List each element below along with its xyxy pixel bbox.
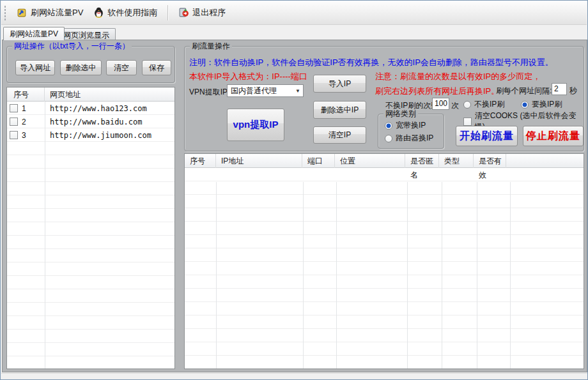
url-operations-group-title: 网址操作（以txt导入，一行一条） [12,42,132,50]
ip-table-column-divider [510,182,511,369]
vpn-proxy-select-value: 国内普通代理 [228,86,293,96]
toolbar-grip[interactable] [4,5,6,20]
ip-table-column-divider [442,182,442,369]
vpn-extract-label: VPN提取IP [189,87,228,98]
delete-selected-ip-button[interactable]: 删除选中IP [313,101,366,119]
toolbar: 刷网站流量PV 软件使用指南 退出程序 [1,1,587,25]
no-switch-count-input[interactable]: 100 [432,98,449,110]
interval-input[interactable]: 2 [552,83,567,95]
import-urls-button[interactable]: 导入网址 [15,60,55,75]
status-bar [1,373,587,380]
network-type-group: 网络类别 宽带换IP 路由器换IP [378,114,444,149]
traffic-operations-group: 刷流量操作 注明：软件自动换IP，软件会自动验证IP否有效再换，无效的IP会自动… [184,46,584,151]
ip-table-column-divider [407,182,408,369]
toolbar-button-traffic[interactable]: 刷网站流量PV [12,4,88,21]
url-table: 序号 网页地址 1 http://www.hao123.com 2 http:/… [6,87,175,369]
ip-table-header-ip[interactable]: IP地址 [216,154,302,168]
save-urls-button[interactable]: 保存 [142,60,171,75]
radio-broadband-switch-ip[interactable]: 宽带换IP [385,120,426,131]
ip-table-column-divider [477,182,477,369]
toolbar-button-label: 软件使用指南 [107,7,157,19]
url-row-address: http://www.jiumoon.com [43,131,151,140]
toolbar-button-guide[interactable]: 软件使用指南 [88,4,162,21]
note-ip-import-format: 本软件IP导入格式为：IP----端口 [189,71,307,82]
guide-icon [93,7,104,18]
radio-switch-ip-label: 要换IP刷 [532,99,562,110]
url-table-body: 1 http://www.hao123.com 2 http://www.bai… [7,102,174,369]
ip-table-body [185,168,584,369]
url-table-header: 序号 网页地址 [7,87,174,102]
ip-table-column-divider [336,182,337,369]
url-operations-group: 网址操作（以txt导入，一行一条） 导入网址 删除选中 清空 保存 [6,46,175,83]
url-row-checkbox[interactable] [10,131,18,139]
ip-table-column-divider [303,182,304,369]
radio-router-switch-ip[interactable]: 路由器换IP [385,133,433,144]
ip-table-header-port[interactable]: 端口 [302,154,335,168]
radio-icon [385,122,392,130]
checkbox-icon [463,118,472,126]
radio-broadband-label: 宽带换IP [396,120,426,131]
ip-table-header-valid[interactable]: 是否有效 [474,154,506,168]
vpn-extract-ip-button[interactable]: vpn提取IP [227,109,284,141]
radio-no-switch-ip-label: 不换IP刷 [474,99,504,110]
ip-table-header-filler [506,154,584,168]
url-row-checkbox[interactable] [10,104,18,112]
note-auto-switch-ip: 注明：软件自动换IP，软件会自动验证IP否有效再换，无效的IP会自动删除，路由器… [189,57,553,68]
url-row[interactable]: 1 http://www.hao123.com [7,102,174,115]
url-row-address: http://www.hao123.com [43,104,147,113]
radio-icon [521,101,529,109]
stop-traffic-button[interactable]: 停止刷流量 [523,126,584,146]
radio-icon [385,135,392,142]
url-row-address: http://www.baidu.com [43,118,143,126]
ip-table-header-type[interactable]: 类型 [439,154,474,168]
url-row[interactable]: 2 http://www.baidu.com [7,115,174,128]
url-row-checkbox[interactable] [10,118,18,126]
start-traffic-button[interactable]: 开始刷流量 [456,126,518,146]
clear-urls-button[interactable]: 清空 [106,60,137,75]
url-table-header-address[interactable]: 网页地址 [45,87,174,102]
tab-traffic-pv[interactable]: 刷网站流量PV [3,27,65,40]
ip-table-header-location[interactable]: 位置 [335,154,405,168]
interval-unit-label: 秒 [569,86,577,96]
vpn-proxy-select[interactable]: 国内普通代理 ▼ [227,84,304,97]
traffic-icon [17,7,27,18]
url-table-header-index[interactable]: 序号 [7,87,45,102]
url-row-index: 1 [22,104,43,113]
no-switch-count-unit-label: 次 [451,100,459,111]
url-row[interactable]: 3 http://www.jiumoon.com [7,128,174,142]
ip-table-header-index[interactable]: 序号 [185,154,216,168]
url-row-index: 3 [22,131,43,140]
ip-table: 序号 IP地址 端口 位置 是否匿名 类型 是否有效 [184,153,584,369]
toolbar-separator [167,5,168,20]
radio-router-label: 路由器换IP [396,133,433,144]
note-traffic-count: 注意：刷流量的次数是以有效IP的多少而定， [375,71,541,82]
network-type-group-title: 网络类别 [383,109,418,118]
exit-icon [178,7,189,18]
tab-web-display[interactable]: 网页浏览显示 [57,28,116,40]
delete-selected-urls-button[interactable]: 删除选中 [60,60,102,75]
toolbar-button-exit[interactable]: 退出程序 [173,4,231,21]
main-panel: 网址操作（以txt导入，一行一条） 导入网址 删除选中 清空 保存 序号 网页地… [2,40,587,372]
url-row-index: 2 [22,118,43,126]
radio-switch-ip[interactable]: 要换IP刷 [521,99,562,110]
clear-ip-button[interactable]: 清空IP [313,126,366,144]
note-switch-after-list: 刷完右边列表所有网址后再换IP。 [375,86,499,97]
interval-label: 刷每个网址间隔: [496,86,552,96]
radio-no-switch-ip[interactable]: 不换IP刷 [463,99,504,110]
tab-strip: 刷网站流量PV 网页浏览显示 [2,27,587,40]
ip-table-column-divider [216,182,217,369]
ip-table-header-anonymous[interactable]: 是否匿名 [405,154,439,168]
radio-icon [463,101,471,109]
toolbar-button-label: 刷网站流量PV [31,7,83,19]
import-ip-button[interactable]: 导入IP [313,75,366,93]
traffic-operations-group-title: 刷流量操作 [190,42,232,50]
ip-table-header: 序号 IP地址 端口 位置 是否匿名 类型 是否有效 [185,154,584,168]
app-window: 刷网站流量PV 软件使用指南 退出程序 刷网站 [0,0,588,380]
toolbar-button-label: 退出程序 [192,7,226,19]
chevron-down-icon: ▼ [293,88,303,94]
